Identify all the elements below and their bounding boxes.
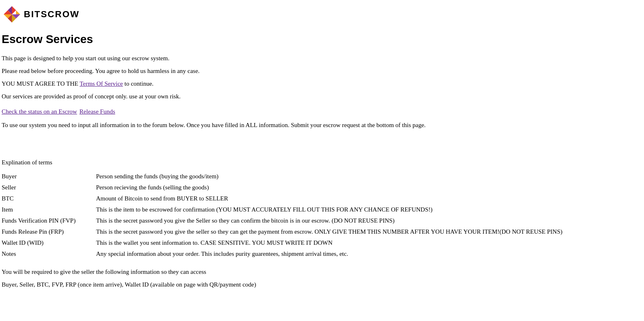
footer-line1: You will be required to give the seller … — [2, 268, 636, 276]
term-definition: Person sending the funds (buying the goo… — [96, 171, 636, 182]
term-definition: This is the secret password you give the… — [96, 226, 636, 237]
table-row: Funds Release Pin (FRP)This is the secre… — [2, 226, 636, 237]
table-row: ItemThis is the item to be escrowed for … — [2, 204, 636, 215]
check-status-link[interactable]: Check the status on an Escrow — [2, 108, 77, 115]
intro-line2: Please read below before proceeding. You… — [2, 67, 636, 75]
table-row: BTCAmount of Bitcoin to send from BUYER … — [2, 193, 636, 204]
term-label: Notes — [2, 248, 96, 260]
intro-line3-pre: YOU MUST AGREE TO THE — [2, 80, 80, 87]
intro-line3: YOU MUST AGREE TO THE Terms Of Service t… — [2, 80, 636, 88]
term-label: Item — [2, 204, 96, 215]
term-label: Funds Release Pin (FRP) — [2, 226, 96, 237]
term-label: Wallet ID (WID) — [2, 237, 96, 248]
table-row: NotesAny special information about your … — [2, 248, 636, 260]
term-label: Buyer — [2, 171, 96, 182]
term-definition: This is the item to be escrowed for conf… — [96, 204, 636, 215]
term-label: Seller — [2, 182, 96, 193]
term-definition: Person recieving the funds (selling the … — [96, 182, 636, 193]
term-definition: Amount of Bitcoin to send from BUYER to … — [96, 193, 636, 204]
table-row: SellerPerson recieving the funds (sellin… — [2, 182, 636, 193]
terms-section: Explination of terms BuyerPerson sending… — [2, 158, 636, 260]
term-definition: This is the secret password you give the… — [96, 215, 636, 226]
table-row: Wallet ID (WID)This is the wallet you se… — [2, 237, 636, 248]
release-funds-link[interactable]: Release Funds — [79, 108, 115, 115]
links-row: Check the status on an Escrow Release Fu… — [2, 108, 636, 115]
page-title: Escrow Services — [2, 33, 636, 46]
terms-title: Explination of terms — [2, 158, 636, 167]
intro-line4: Our services are provided as proof of co… — [2, 92, 636, 101]
footer-line2: Buyer, Seller, BTC, FVP, FRP (once item … — [2, 280, 636, 289]
description-text: To use our system you need to input all … — [2, 121, 636, 130]
footer-info: You will be required to give the seller … — [2, 268, 636, 289]
svg-marker-0 — [12, 6, 16, 14]
table-row: Funds Verification PIN (FVP)This is the … — [2, 215, 636, 226]
spacer — [2, 134, 636, 146]
terms-table: BuyerPerson sending the funds (buying th… — [2, 171, 636, 260]
term-definition: Any special information about your order… — [96, 248, 636, 260]
logo-area: BITSCROW — [2, 4, 636, 25]
term-label: Funds Verification PIN (FVP) — [2, 215, 96, 226]
term-definition: This is the wallet you sent information … — [96, 237, 636, 248]
logo-text: BITSCROW — [24, 9, 80, 20]
intro-line1: This page is designed to help you start … — [2, 54, 636, 63]
bitscrow-logo-icon — [2, 4, 22, 25]
table-row: BuyerPerson sending the funds (buying th… — [2, 171, 636, 182]
term-label: BTC — [2, 193, 96, 204]
intro-line3-post: to continue. — [123, 80, 154, 87]
terms-of-service-link[interactable]: Terms Of Service — [80, 80, 123, 87]
